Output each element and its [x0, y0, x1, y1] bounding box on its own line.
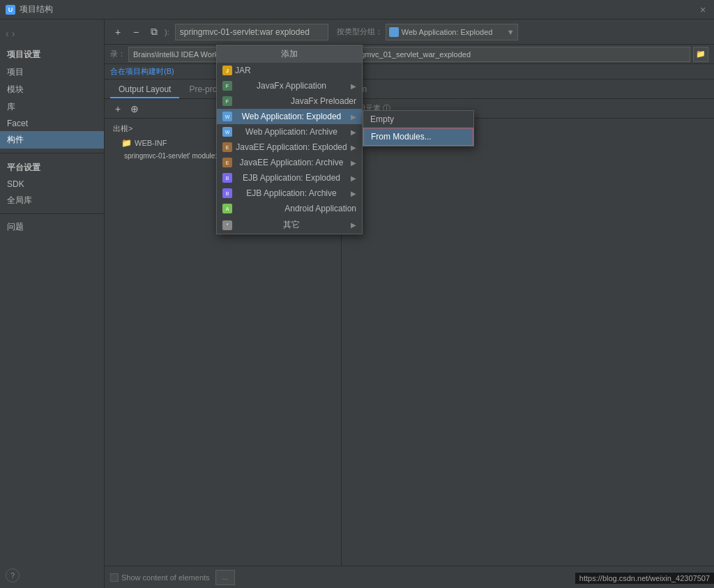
javafx-icon: F [222, 81, 232, 91]
help-button[interactable]: ? [6, 568, 20, 582]
sidebar-item-sdk[interactable]: SDK [0, 176, 104, 192]
dropdown-header: 添加 [217, 45, 362, 63]
left-extra-btn[interactable]: ⊕ [127, 101, 142, 116]
javafx-preloader-label: JavaFx Preloader [291, 96, 356, 106]
title-bar: U 项目结构 × [0, 0, 714, 20]
android-icon: A [222, 204, 232, 213]
sidebar-item-modules[interactable]: 模块 [0, 81, 104, 98]
window-title: 项目结构 [20, 3, 697, 15]
name-label: ): [165, 28, 169, 36]
menu-item-android[interactable]: A Android Application [217, 201, 362, 216]
javaee-exploded-label: JavaEE Application: Exploded [236, 142, 347, 152]
output-root-label: 出根> [113, 123, 132, 134]
submenu: Empty From Modules... [363, 110, 474, 146]
arrow-right-icon-3: ▶ [351, 128, 356, 136]
javafx-app-label: JavaFx Application [257, 81, 326, 91]
tab-output-layout[interactable]: Output Layout [110, 82, 179, 98]
sidebar: ‹ › 项目设置 项目 模块 库 Facet 构件 平台设置 SDK 全局库 问… [0, 20, 105, 588]
menu-item-web-exploded[interactable]: W Web Application: Exploded ▶ [217, 109, 362, 124]
build-link[interactable]: 合在项目构建时(B) [110, 66, 174, 77]
top-toolbar: + − ⧉ ): 按类型分组： Web Application: Explode… [105, 20, 714, 45]
tabs-row: Output Layout Pre-processing Post-proces… [105, 80, 714, 99]
jar-label: JAR [235, 66, 251, 75]
arrow-right-icon-2: ▶ [351, 113, 356, 121]
other-icon: * [222, 220, 232, 230]
sidebar-item-project[interactable]: 项目 [0, 63, 104, 81]
copy-button[interactable]: ⧉ [146, 24, 162, 40]
javaee-archive-icon: E [222, 158, 232, 167]
type-dropdown[interactable]: Web Application: Exploded ▼ [386, 24, 518, 40]
show-content-checkbox[interactable]: Show content of elements [110, 573, 210, 582]
arrow-right-icon: ▶ [351, 82, 356, 90]
add-button[interactable]: + [110, 24, 126, 40]
submenu-item-empty[interactable]: Empty [363, 111, 473, 128]
ejb-archive-label: EJB Application: Archive [246, 188, 336, 198]
right-panel: 可用元素 ⓘ ▶ SpringMVC springmvc-01-servlet [342, 99, 714, 566]
path-toolbar: 录： Brains\IntelliJ IDEA Workspaces\Test\… [105, 45, 714, 64]
sidebar-item-library[interactable]: 库 [0, 98, 104, 116]
type-value: Web Application: Exploded [402, 28, 493, 36]
javafx-preloader-icon: F [222, 96, 232, 106]
arrow-right-icon-6: ▶ [351, 174, 356, 182]
javaee-exploded-icon: E [222, 142, 232, 152]
path-label: 录： [110, 49, 126, 59]
path-field[interactable]: Brains\IntelliJ IDEA Workspaces\Test\Spr… [128, 47, 690, 62]
watermark: https://blog.csdn.net/weixin_42307507 [575, 573, 714, 584]
app-icon: U [6, 5, 15, 15]
nav-arrows: ‹ › [0, 25, 104, 45]
add-dropdown-menu: 添加 J JAR F JavaFx Application ▶ F JavaFx… [216, 45, 363, 234]
type-label: 按类型分组： [337, 27, 383, 37]
menu-item-ejb-exploded[interactable]: B EJB Application: Exploded ▶ [217, 170, 362, 186]
type-icon [389, 27, 399, 37]
javaee-archive-label: JavaEE Application: Archive [240, 158, 344, 167]
dots-button[interactable]: ... [215, 570, 235, 585]
nav-back[interactable]: ‹ [6, 28, 9, 39]
build-row: 合在项目构建时(B) [105, 64, 714, 80]
menu-item-ejb-archive[interactable]: B EJB Application: Archive ▶ [217, 186, 362, 201]
submenu-item-from-modules[interactable]: From Modules... [363, 128, 473, 146]
left-add-btn[interactable]: + [110, 101, 126, 116]
ejb-exploded-label: EJB Application: Exploded [243, 173, 340, 183]
browse-folder-button[interactable]: 📁 [693, 47, 708, 62]
folder-icon: 📁 [121, 138, 132, 148]
content-split: + ⊕ 出根> 📁 WEB-INF springmvc-01-servlet' … [105, 99, 714, 566]
menu-item-javafx-app[interactable]: F JavaFx Application ▶ [217, 78, 362, 93]
nav-forward[interactable]: › [12, 28, 15, 39]
project-settings-label: 项目设置 [0, 45, 104, 63]
web-inf-label: WEB-INF [135, 139, 167, 147]
checkbox-box[interactable] [110, 573, 119, 582]
menu-item-javaee-archive[interactable]: E JavaEE Application: Archive ▶ [217, 155, 362, 170]
sidebar-item-facet[interactable]: Facet [0, 116, 104, 131]
close-button[interactable]: × [697, 4, 708, 15]
sidebar-divider-2 [0, 213, 104, 214]
main-layout: ‹ › 项目设置 项目 模块 库 Facet 构件 平台设置 SDK 全局库 问… [0, 20, 714, 588]
sidebar-item-problems[interactable]: 问题 [0, 218, 104, 236]
menu-item-other[interactable]: * 其它 ▶ [217, 216, 362, 234]
dropdown-arrow: ▼ [507, 28, 515, 36]
web-exploded-icon: W [222, 112, 232, 121]
remove-button[interactable]: − [128, 24, 144, 40]
arrow-right-icon-4: ▶ [351, 144, 356, 151]
other-label: 其它 [283, 219, 300, 231]
sidebar-item-artifacts[interactable]: 构件 [0, 131, 104, 149]
platform-settings-label: 平台设置 [0, 158, 104, 176]
menu-item-javafx-preloader[interactable]: F JavaFx Preloader [217, 93, 362, 109]
content-area: + − ⧉ ): 按类型分组： Web Application: Explode… [105, 20, 714, 588]
sidebar-divider [0, 153, 104, 153]
web-exploded-label: Web Application: Exploded [242, 112, 342, 121]
web-archive-icon: W [222, 127, 232, 137]
artifact-name-input[interactable] [175, 24, 328, 40]
menu-item-javaee-exploded[interactable]: E JavaEE Application: Exploded ▶ [217, 140, 362, 155]
sidebar-item-global-libs[interactable]: 全局库 [0, 192, 104, 209]
ejb-exploded-icon: B [222, 173, 232, 183]
arrow-right-icon-8: ▶ [351, 221, 356, 229]
right-panel-content: ▶ SpringMVC springmvc-01-servlet [342, 119, 714, 566]
arrow-right-icon-5: ▶ [351, 159, 356, 167]
android-label: Android Application [284, 204, 356, 213]
ejb-archive-icon: B [222, 188, 232, 198]
checkbox-text: Show content of elements [121, 573, 210, 582]
menu-item-web-archive[interactable]: W Web Application: Archive ▶ [217, 124, 362, 140]
menu-item-jar[interactable]: J JAR [217, 63, 362, 78]
arrow-right-icon-7: ▶ [351, 190, 356, 197]
web-archive-label: Web Application: Archive [245, 127, 337, 137]
